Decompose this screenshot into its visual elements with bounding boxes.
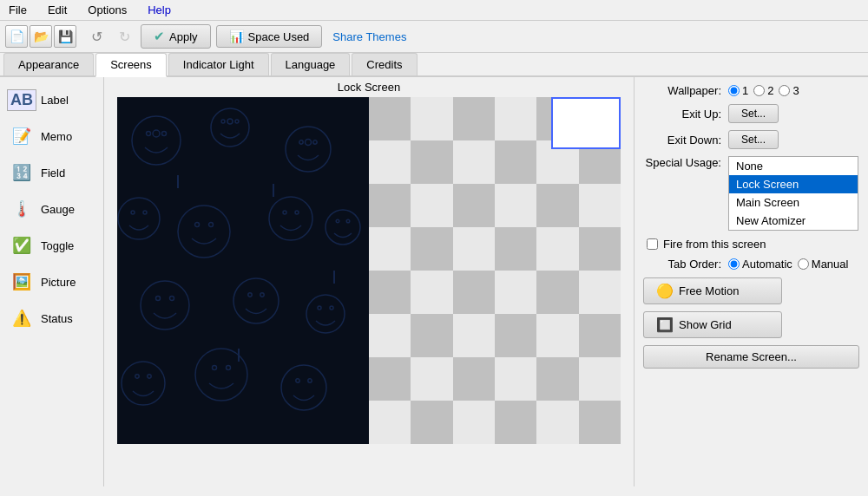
picture-icon: 🖼️	[10, 270, 34, 294]
tab-language[interactable]: Language	[271, 53, 351, 75]
tab-indicator-light[interactable]: Indicator Light	[168, 53, 269, 75]
exit-up-row: Exit Up: Set...	[643, 104, 859, 123]
free-motion-icon: 🟡	[656, 283, 674, 299]
sidebar-item-picture[interactable]: 🖼️ Picture	[0, 264, 103, 299]
free-motion-button[interactable]: 🟡 Free Motion	[643, 277, 782, 304]
tab-order-manual-radio[interactable]	[798, 258, 809, 270]
tab-order-automatic-radio[interactable]	[728, 258, 740, 270]
wallpaper-radio-group: 1 2 3	[728, 84, 799, 97]
right-panel: Wallpaper: 1 2 3 Exit Up: Set...	[634, 77, 868, 486]
tab-order-manual-label[interactable]: Manual	[798, 258, 849, 271]
exit-up-label: Exit Up:	[643, 108, 721, 121]
exit-down-row: Exit Down: Set...	[643, 130, 859, 149]
sidebar-item-label[interactable]: AB Label	[0, 82, 103, 117]
rename-screen-button[interactable]: Rename Screen...	[643, 345, 859, 369]
menu-bar: File Edit Options Help	[0, 0, 868, 21]
checkerboard-canvas[interactable]	[369, 97, 621, 444]
main-content: AB Label 📝 Memo 🔢 Field 🌡️ Gauge ✅ Toggl…	[0, 77, 868, 486]
center-area: Lock Screen	[104, 77, 634, 486]
memo-icon: 📝	[10, 124, 34, 148]
fire-from-row: Fire from this screen	[647, 238, 859, 251]
check-icon: ✔	[154, 29, 165, 44]
menu-file[interactable]: File	[3, 2, 32, 18]
space-used-button[interactable]: 📊 Space Used	[216, 25, 323, 48]
menu-options[interactable]: Options	[82, 2, 132, 18]
sidebar-item-toggle[interactable]: ✅ Toggle	[0, 228, 103, 263]
share-themes-link[interactable]: Share Themes	[332, 30, 406, 43]
special-usage-row: Special Usage: None Lock Screen Main Scr…	[643, 156, 859, 231]
dropdown-none[interactable]: None	[729, 157, 858, 175]
status-icon: ⚠️	[10, 306, 34, 330]
apply-button[interactable]: ✔ Apply	[141, 24, 211, 49]
dark-canvas[interactable]	[117, 97, 369, 444]
tab-order-radio-group: Automatic Manual	[728, 258, 848, 271]
undo-button[interactable]: ↺	[85, 25, 108, 48]
sidebar: AB Label 📝 Memo 🔢 Field 🌡️ Gauge ✅ Toggl…	[0, 77, 104, 486]
toggle-icon: ✅	[10, 233, 34, 258]
show-grid-button[interactable]: 🔲 Show Grid	[643, 311, 782, 338]
wallpaper-row: Wallpaper: 1 2 3	[643, 84, 859, 97]
field-icon: 🔢	[10, 160, 34, 185]
wallpaper-3-radio[interactable]	[779, 85, 790, 96]
exit-down-set-button[interactable]: Set...	[728, 130, 779, 149]
show-grid-icon: 🔲	[656, 317, 674, 333]
dropdown-lock-screen[interactable]: Lock Screen	[729, 175, 858, 193]
toolbar: 📄 📂 💾 ↺ ↻ ✔ Apply 📊 Space Used Share The…	[0, 21, 868, 53]
highlight-box	[551, 97, 621, 149]
label-icon: AB	[10, 88, 34, 112]
tab-credits[interactable]: Credits	[352, 53, 417, 75]
tab-bar: Appearance Screens Indicator Light Langu…	[0, 53, 868, 77]
tab-order-row: Tab Order: Automatic Manual	[643, 258, 859, 271]
exit-up-set-button[interactable]: Set...	[728, 104, 779, 123]
tab-order-label: Tab Order:	[643, 258, 721, 271]
save-button[interactable]: 💾	[54, 25, 76, 48]
wallpaper-label: Wallpaper:	[643, 84, 721, 97]
tab-screens[interactable]: Screens	[95, 53, 167, 77]
fire-from-label: Fire from this screen	[663, 238, 766, 251]
menu-edit[interactable]: Edit	[43, 2, 72, 18]
special-usage-dropdown[interactable]: None Lock Screen Main Screen New Atomize…	[728, 156, 858, 231]
sidebar-item-gauge[interactable]: 🌡️ Gauge	[0, 192, 103, 226]
wallpaper-1-radio[interactable]	[728, 85, 740, 96]
screen-title: Lock Screen	[104, 77, 634, 97]
sidebar-item-status[interactable]: ⚠️ Status	[0, 301, 103, 336]
wallpaper-2-label[interactable]: 2	[753, 84, 773, 97]
sidebar-item-memo[interactable]: 📝 Memo	[0, 119, 103, 153]
dropdown-new-atomizer[interactable]: New Atomizer	[729, 212, 858, 230]
tab-appearance[interactable]: Appearance	[3, 53, 94, 75]
dropdown-main-screen[interactable]: Main Screen	[729, 193, 858, 212]
exit-down-label: Exit Down:	[643, 134, 721, 147]
file-icons: 📄 📂 💾	[5, 25, 76, 48]
wallpaper-3-label[interactable]: 3	[779, 84, 799, 97]
gauge-icon: 🌡️	[10, 197, 34, 221]
open-button[interactable]: 📂	[30, 25, 52, 48]
wallpaper-2-radio[interactable]	[753, 85, 765, 96]
sidebar-item-field[interactable]: 🔢 Field	[0, 155, 103, 190]
redo-button[interactable]: ↻	[113, 25, 135, 48]
special-usage-label: Special Usage:	[643, 156, 721, 169]
wallpaper-1-label[interactable]: 1	[728, 84, 748, 97]
chart-icon: 📊	[229, 29, 244, 43]
tab-order-automatic-label[interactable]: Automatic	[728, 258, 792, 271]
new-button[interactable]: 📄	[5, 25, 28, 48]
fire-from-checkbox[interactable]	[647, 238, 658, 250]
menu-help[interactable]: Help	[142, 2, 176, 18]
